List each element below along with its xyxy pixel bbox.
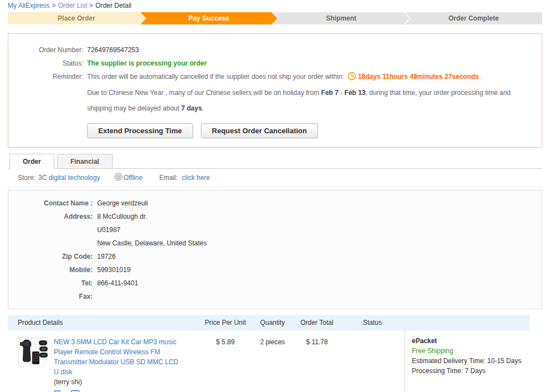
store-status: Offline	[114, 173, 142, 183]
header-status: Status	[341, 319, 404, 326]
progress-step-place-order: Place Order	[8, 12, 145, 24]
reminder-text: This order will be automatically cancell…	[87, 70, 483, 85]
address-label: Address:	[8, 210, 93, 223]
store-row: Store: 3C digital technology Offline Ema…	[8, 169, 542, 187]
status-cell	[341, 330, 404, 392]
header-price-per-unit: Price Per Unit	[199, 319, 252, 326]
progress-step-label: Order Complete	[448, 14, 499, 22]
order-summary-box: Order Number: 72649769547253 Status: The…	[8, 33, 542, 148]
order-number-label: Order Number:	[8, 43, 83, 57]
order-number-value: 72649769547253	[87, 43, 139, 57]
tab-order[interactable]: Order	[9, 154, 54, 169]
address-line1-value: 8 McCullough dr.	[97, 210, 147, 223]
address-line2-value: U01987	[97, 223, 120, 237]
processing-label: Processing Time:	[412, 367, 463, 375]
store-label: Store:	[18, 174, 36, 182]
contact-row: Address:8 McCullough dr.	[8, 210, 542, 223]
breadcrumb-separator: >	[89, 2, 93, 9]
breadcrumb-separator: >	[52, 2, 55, 9]
countdown-timer: 18days 11hours 49minutes 27seconds	[358, 73, 479, 81]
processing-value: 7 Days	[465, 367, 485, 375]
holiday-text: Due to Chinese New Year , many of our Ch…	[87, 89, 321, 97]
order-progress-bar: Place Order Pay Success Shipment Order C…	[8, 12, 542, 24]
holiday-delay-days: 7 days	[181, 104, 201, 112]
tel-value: 866-411-9401	[97, 277, 138, 290]
store-name-link[interactable]: 3C digital technology	[38, 174, 100, 182]
contact-row: Fax:	[8, 290, 542, 303]
progress-step-label: Shipment	[326, 14, 356, 22]
tab-financial[interactable]: Financial	[57, 154, 113, 168]
address-label-empty	[8, 237, 93, 250]
breadcrumb-link-order-list[interactable]: Order List	[58, 2, 87, 9]
holiday-notice-line2: shipping may be delayed about 7 days.	[87, 100, 542, 116]
holiday-text: .	[202, 104, 204, 112]
product-text-block: NEW 3.5MM LCD Car Kit Car MP3 music Play…	[54, 337, 183, 392]
header-product-details: Product Details	[8, 319, 199, 326]
contact-info-box: Contact Name :George verdzeuli Address:8…	[8, 190, 542, 309]
progress-step-pay-success: Pay Success	[140, 12, 278, 24]
product-table-header: Product Details Price Per Unit Quantity …	[8, 315, 530, 330]
estimated-delivery-time: Estimated Delivery Time: 10-15 Days	[412, 356, 530, 366]
product-thumbnail[interactable]	[18, 337, 48, 367]
progress-step-shipment: Shipment	[273, 12, 410, 24]
holiday-date-from: Feb 7	[321, 89, 339, 97]
reminder-sentence: This order will be automatically cancell…	[87, 73, 344, 81]
holiday-dash: -	[339, 89, 345, 97]
processing-time: Processing Time: 7 Days	[412, 366, 530, 376]
contact-name-value: George verdzeuli	[97, 197, 148, 210]
contact-name-label: Contact Name :	[8, 197, 93, 210]
contact-row: Contact Name :George verdzeuli	[8, 197, 542, 210]
contact-row: Tel:866-411-9401	[8, 277, 542, 290]
address-label-empty	[8, 223, 93, 237]
product-row: NEW 3.5MM LCD Car Kit Car MP3 music Play…	[8, 330, 530, 392]
countdown-suffix: .	[479, 73, 483, 81]
contact-row: Zip Code:19726	[8, 250, 542, 263]
delivery-value: 10-15 Days	[487, 357, 521, 365]
email-click-here-link[interactable]: click here	[182, 174, 210, 182]
request-order-cancellation-button[interactable]: Request Order Cancellation	[201, 123, 318, 138]
order-action-buttons: Extend Processing Time Request Order Can…	[87, 123, 542, 138]
order-status-value: The supplier is processing your order	[87, 57, 206, 70]
contact-row: New Castle, Delaware, United States	[8, 237, 542, 250]
address-line3-value: New Castle, Delaware, United States	[97, 237, 206, 250]
product-title-link[interactable]: NEW 3.5MM LCD Car Kit Car MP3 music Play…	[54, 337, 183, 377]
fax-label: Fax:	[8, 290, 93, 303]
product-seller: (terry shi)	[54, 377, 183, 387]
status-label: Status:	[8, 57, 83, 70]
shipping-truck-icon[interactable]	[54, 390, 64, 392]
product-table: Product Details Price Per Unit Quantity …	[8, 315, 530, 392]
contact-row: U01987	[8, 223, 542, 237]
progress-step-label: Pay Success	[189, 14, 229, 22]
offline-status-link[interactable]: Offline	[123, 174, 142, 182]
holiday-text: , during that time, your order processin…	[366, 89, 511, 97]
store-email: Email: click here	[159, 174, 210, 182]
reminder-label: Reminder:	[8, 70, 83, 85]
holiday-notice-line1: Due to Chinese New Year , many of our Ch…	[87, 85, 542, 100]
price-per-unit-cell: $ 5.89	[199, 330, 252, 392]
shipping-method: ePacket	[412, 336, 530, 346]
extend-processing-time-button[interactable]: Extend Processing Time	[87, 123, 193, 138]
breadcrumb: My AliExpress>Order List>Order Detail	[0, 0, 550, 11]
transaction-card-icon[interactable]	[70, 390, 80, 392]
zip-code-value: 19726	[97, 250, 115, 263]
header-order-total: Order Total	[293, 319, 341, 326]
order-total-cell: $ 11.78	[293, 330, 341, 392]
offline-status-icon	[114, 173, 123, 183]
order-tabs: Order Financial	[8, 154, 542, 169]
zip-code-label: Zip Code:	[8, 250, 93, 263]
product-details-cell: NEW 3.5MM LCD Car Kit Car MP3 music Play…	[8, 330, 199, 392]
email-label: Email:	[159, 174, 178, 182]
header-quantity: Quantity	[252, 319, 293, 326]
contact-row: Mobile:599301019	[8, 263, 542, 277]
mobile-value: 599301019	[97, 263, 130, 277]
breadcrumb-link-my-aliexpress[interactable]: My AliExpress	[8, 2, 49, 9]
delivery-label: Estimated Delivery Time:	[412, 357, 486, 365]
progress-step-order-complete: Order Complete	[405, 12, 543, 24]
mobile-label: Mobile:	[8, 263, 93, 277]
progress-step-label: Place Order	[58, 14, 95, 22]
holiday-text: shipping may be delayed about	[87, 104, 181, 112]
clock-icon	[347, 72, 356, 85]
holiday-date-to: Feb 13	[345, 89, 366, 97]
shipping-info-panel: ePacket Free Shipping Estimated Delivery…	[404, 330, 530, 392]
product-action-icons	[54, 390, 183, 392]
